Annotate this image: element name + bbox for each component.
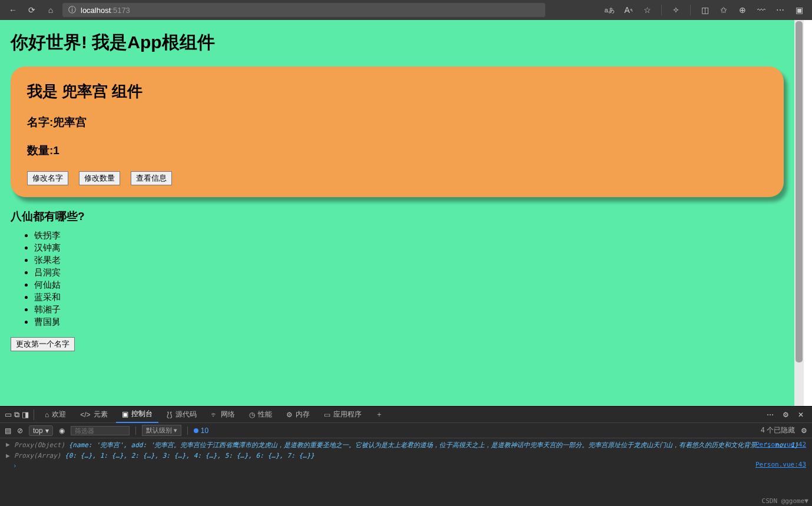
extensions-icon[interactable]: ✧ (669, 3, 683, 17)
card-count: 数量:1 (27, 143, 767, 158)
devtools-panel: ▭ ⧉ ◨ ⌂欢迎 </>元素 ▣控制台 ⟅⟆源代码 ᯤ网络 ◷性能 ⚙内存 ▭… (0, 406, 812, 506)
url-host: localhost (81, 6, 111, 15)
watermark: CSDN @ggome▼ (762, 497, 808, 505)
card-name: 名字:兜率宫 (27, 115, 767, 130)
source-link[interactable]: Person.vue:43 (755, 461, 806, 468)
console-filterbar: ▤ ⊘ top ▾ ◉ 默认级别 ▾ 10 4 个已隐藏 ⚙ (0, 423, 812, 438)
dock-icon[interactable]: ◨ (22, 410, 29, 419)
scrollbar-thumb[interactable] (796, 21, 803, 362)
devtools-tabs: ▭ ⧉ ◨ ⌂欢迎 </>元素 ▣控制台 ⟅⟆源代码 ᯤ网络 ◷性能 ⚙内存 ▭… (0, 407, 812, 423)
memory-icon: ⚙ (286, 411, 293, 419)
filter-input[interactable] (71, 426, 130, 435)
more-icon[interactable]: ⋯ (773, 3, 787, 17)
vertical-scrollbar[interactable] (794, 20, 804, 406)
sidebar-toggle-icon[interactable]: ▤ (5, 427, 11, 435)
tab-network[interactable]: ᯤ网络 (205, 407, 241, 422)
edit-name-button[interactable]: 修改名字 (27, 171, 68, 185)
list-item: 汉钟离 (34, 242, 784, 254)
source-link[interactable]: Person.vue:42 (755, 441, 806, 448)
application-icon: ▭ (324, 411, 330, 419)
issues-count[interactable]: 10 (194, 427, 208, 435)
add-tab-button[interactable]: ＋ (370, 407, 389, 422)
list-item: 韩湘子 (34, 304, 784, 315)
collections-icon[interactable]: ⊕ (735, 3, 750, 17)
url-bar[interactable]: ⓘ localhost:5173 (62, 3, 545, 17)
read-aloud-icon[interactable]: A٩ (621, 3, 635, 17)
devtools-close-icon[interactable]: ✕ (794, 411, 807, 419)
list-item: 铁拐李 (34, 230, 784, 241)
immortals-list: 铁拐李 汉钟离 张果老 吕洞宾 何仙姑 蓝采和 韩湘子 曹国舅 (11, 230, 784, 328)
performance-icon: ◷ (249, 411, 255, 419)
tab-console[interactable]: ▣控制台 (116, 406, 158, 423)
page-content: 你好世界! 我是App根组件 我是 兜率宫 组件 名字:兜率宫 数量:1 修改名… (0, 20, 794, 406)
network-icon: ᯤ (211, 411, 218, 419)
tab-performance[interactable]: ◷性能 (243, 407, 278, 422)
tab-application[interactable]: ▭应用程序 (318, 407, 367, 422)
viewport: 你好世界! 我是App根组件 我是 兜率宫 组件 名字:兜率宫 数量:1 修改名… (0, 20, 812, 406)
welcome-icon: ⌂ (45, 411, 49, 419)
device-icon[interactable]: ⧉ (14, 410, 19, 420)
edit-count-button[interactable]: 修改数量 (79, 171, 120, 185)
chevron-down-icon: ▾ (45, 427, 49, 435)
info-icon: ⓘ (68, 5, 76, 15)
list-item: 张果老 (34, 255, 784, 266)
component-card: 我是 兜率宫 组件 名字:兜率宫 数量:1 修改名字 修改数量 查看信息 (11, 66, 784, 197)
change-first-name-button[interactable]: 更改第一个名字 (11, 337, 75, 351)
sidebar-toggle-icon[interactable]: ▣ (792, 3, 806, 17)
console-output: Person.vue:42 ▶ Proxy(Object) {name: '兜率… (0, 438, 812, 506)
tab-welcome[interactable]: ⌂欢迎 (39, 407, 72, 422)
console-prompt[interactable]: › (6, 462, 806, 470)
log-level-select[interactable]: 默认级别 ▾ (142, 425, 181, 436)
view-info-button[interactable]: 查看信息 (131, 171, 172, 185)
list-item: 吕洞宾 (34, 267, 784, 278)
inspect-icon[interactable]: ▭ (5, 410, 12, 419)
console-settings-icon[interactable]: ⚙ (801, 427, 807, 435)
console-line: ▶ Proxy(Object) {name: '兜率宫', add: '兜率宫。… (6, 441, 806, 450)
list-header: 八仙都有哪些? (11, 209, 784, 224)
devtools-settings-icon[interactable]: ⚙ (779, 411, 792, 419)
tab-sources[interactable]: ⟅⟆源代码 (161, 407, 203, 422)
back-icon[interactable]: ← (6, 3, 20, 17)
hidden-messages[interactable]: 4 个已隐藏 (761, 425, 795, 435)
favorites-bar-icon[interactable]: ✩ (717, 3, 731, 17)
url-port: :5173 (111, 6, 130, 15)
clear-console-icon[interactable]: ⊘ (17, 427, 23, 435)
refresh-icon[interactable]: ⟳ (25, 3, 39, 17)
split-icon[interactable]: ◫ (698, 3, 712, 17)
favorite-icon[interactable]: ☆ (640, 3, 654, 17)
card-heading: 我是 兜率宫 组件 (27, 81, 767, 102)
tab-elements[interactable]: </>元素 (74, 407, 113, 422)
home-icon[interactable]: ⌂ (44, 3, 58, 17)
performance-icon[interactable]: 〰 (754, 3, 768, 17)
sources-icon: ⟅⟆ (167, 411, 173, 419)
devtools-more-icon[interactable]: ⋯ (764, 411, 777, 419)
context-selector[interactable]: top ▾ (29, 425, 53, 436)
page-title: 你好世界! 我是App根组件 (11, 31, 784, 55)
browser-toolbar: ← ⟳ ⌂ ⓘ localhost:5173 aあ A٩ ☆ ✧ ◫ ✩ ⊕ 〰… (0, 0, 812, 20)
elements-icon: </> (80, 411, 90, 419)
list-item: 何仙姑 (34, 279, 784, 291)
console-line: ▶ Proxy(Array) {0: {…}, 1: {…}, 2: {…}, … (6, 452, 806, 460)
translate-icon[interactable]: aあ (602, 3, 617, 17)
list-item: 蓝采和 (34, 292, 784, 303)
tab-memory[interactable]: ⚙内存 (280, 407, 316, 422)
list-item: 曹国舅 (34, 317, 784, 328)
console-icon: ▣ (122, 410, 128, 418)
live-expression-icon[interactable]: ◉ (59, 427, 65, 435)
